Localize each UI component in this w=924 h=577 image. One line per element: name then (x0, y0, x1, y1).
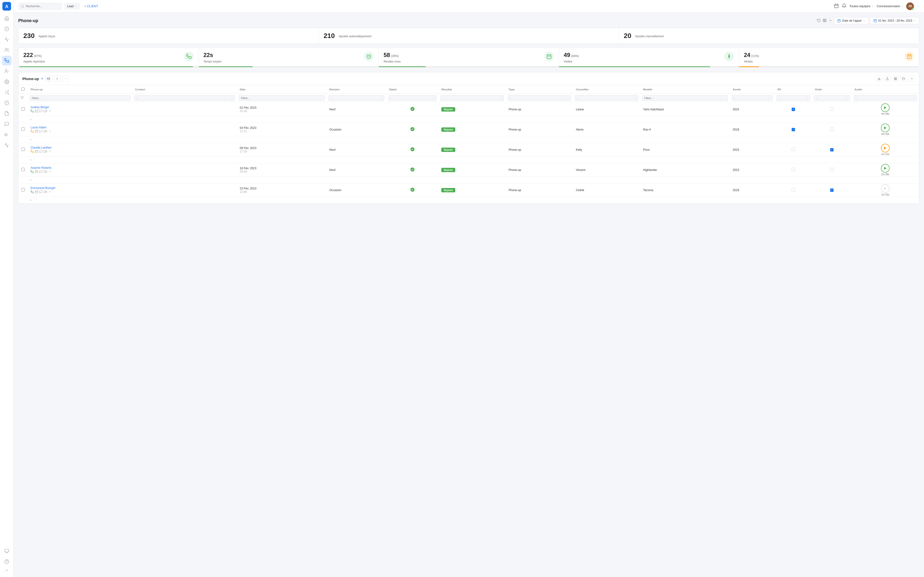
filter-visite[interactable]: - (814, 95, 850, 101)
row-phone-icon[interactable] (31, 170, 34, 173)
sidebar-item-clock[interactable] (2, 98, 11, 108)
phone-up-link[interactable]: Claudia Lanthier (31, 146, 52, 149)
phone-up-link[interactable]: Lucas Adam (31, 126, 47, 129)
dealer-dropdown[interactable]: Concessionnaire (877, 4, 903, 8)
row-mail-icon[interactable] (35, 170, 38, 173)
row-rv-unchecked[interactable] (792, 148, 795, 151)
row-checkbox[interactable] (21, 107, 25, 111)
select-all-checkbox[interactable] (21, 87, 24, 91)
refresh-icon-btn[interactable] (817, 19, 821, 23)
row-visite-checked[interactable] (830, 189, 834, 192)
header-type[interactable]: Type (506, 85, 573, 94)
row-mail-icon[interactable] (35, 110, 38, 113)
lead-dropdown[interactable]: Lead (65, 3, 80, 10)
table-export-btn[interactable] (876, 75, 882, 82)
row-video-icon[interactable] (44, 190, 47, 193)
row-checkbox[interactable] (21, 188, 25, 191)
sidebar-item-badge[interactable] (2, 546, 11, 556)
row-visite-unchecked[interactable] (830, 127, 834, 131)
header-contact[interactable]: Contact (132, 85, 237, 94)
filter-annee[interactable]: - (732, 95, 773, 101)
search-box[interactable] (18, 3, 61, 10)
row-add-btn[interactable]: + (27, 197, 919, 204)
row-video-icon[interactable] (44, 130, 47, 133)
filter-type[interactable]: - (508, 95, 571, 101)
row-audio-play-btn[interactable] (881, 184, 890, 193)
header-division[interactable]: Division (326, 85, 386, 94)
table-collapse-btn[interactable] (908, 75, 915, 82)
filter-rv[interactable]: - (777, 95, 810, 101)
row-mail-icon[interactable] (35, 190, 38, 193)
table-refresh-btn[interactable] (900, 75, 907, 82)
table-columns-btn[interactable] (892, 75, 899, 82)
row-add-btn[interactable]: + (27, 116, 919, 123)
row-phone-icon[interactable] (31, 150, 34, 153)
row-phone-icon[interactable] (31, 130, 34, 133)
row-audio-play-btn[interactable] (881, 164, 890, 172)
row-add-contact-btn[interactable]: + (49, 109, 51, 113)
header-phone-up[interactable]: Phone-up (27, 85, 132, 94)
sidebar-item-settings[interactable] (2, 77, 11, 87)
header-visite[interactable]: Visite (812, 85, 852, 94)
sidebar-item-document[interactable] (2, 109, 11, 118)
row-audio-play-btn[interactable] (881, 124, 890, 132)
sidebar-item-reports[interactable] (2, 140, 11, 150)
app-logo[interactable]: A (2, 2, 11, 11)
filter-date[interactable]: Filtrer... (239, 95, 325, 101)
filter-resultat[interactable]: - (440, 95, 504, 101)
search-input[interactable] (26, 5, 57, 8)
avatar-chevron[interactable] (917, 4, 919, 8)
row-video-icon[interactable] (44, 150, 47, 153)
calendar-icon-btn[interactable] (834, 3, 839, 9)
phone-up-link[interactable]: Emmanuel Bourget (31, 186, 55, 190)
header-rv[interactable]: RV (775, 85, 812, 94)
phone-up-link[interactable]: Audrey Berger (31, 106, 49, 109)
row-video-icon[interactable] (44, 170, 47, 173)
row-mail-icon[interactable] (35, 130, 38, 133)
row-audio-play-btn[interactable] (881, 103, 890, 112)
row-add-contact-btn[interactable]: + (49, 190, 51, 194)
date-range-filter[interactable]: 01 fév. 2023 - 28 fév. 2023 (870, 17, 919, 24)
row-checkbox[interactable] (21, 168, 25, 171)
row-checkbox[interactable] (21, 127, 25, 131)
row-chat-icon[interactable] (39, 130, 43, 133)
header-annee[interactable]: Année (730, 85, 775, 94)
row-add-btn[interactable]: + (27, 136, 919, 143)
row-rv-checked[interactable] (792, 128, 795, 131)
sidebar-item-help[interactable] (2, 557, 11, 566)
sidebar-item-marketing[interactable] (2, 130, 11, 139)
row-phone-icon[interactable] (31, 190, 34, 193)
sidebar-item-phone[interactable] (2, 56, 11, 65)
filter-statut[interactable]: - (388, 95, 436, 101)
header-audio[interactable]: Audio (852, 85, 919, 94)
row-audio-play-btn[interactable] (881, 144, 890, 152)
user-avatar[interactable]: JD (906, 2, 914, 10)
row-mail-icon[interactable] (35, 150, 38, 153)
row-chat-icon[interactable] (39, 170, 43, 173)
add-client-button[interactable]: + CLIENT (82, 3, 100, 9)
row-rv-unchecked[interactable] (792, 188, 795, 191)
sidebar-item-users[interactable] (2, 45, 11, 55)
table-back-btn[interactable] (54, 75, 61, 82)
filter-phone-up[interactable]: Filtrer... (30, 95, 131, 101)
sidebar-item-analytics[interactable] (2, 35, 11, 44)
row-phone-icon[interactable] (31, 110, 34, 113)
filter-audio[interactable]: - (854, 95, 917, 101)
header-conseiller[interactable]: Conseiller (573, 85, 640, 94)
sidebar-expand-btn[interactable] (2, 567, 11, 573)
filter-modele[interactable]: Filtrer... (642, 95, 728, 101)
collapse-icon-btn[interactable] (829, 19, 832, 23)
header-statut[interactable]: Statut (386, 85, 438, 94)
header-modele[interactable]: Modèle (640, 85, 730, 94)
row-add-btn[interactable]: + (27, 177, 919, 184)
row-chat-icon[interactable] (39, 110, 43, 113)
row-add-contact-btn[interactable]: + (49, 149, 51, 154)
row-visite-unchecked[interactable] (830, 168, 834, 171)
row-add-contact-btn[interactable]: + (49, 129, 51, 134)
row-chat-icon[interactable] (39, 190, 43, 193)
sidebar-item-home[interactable] (2, 13, 11, 23)
header-resultat[interactable]: Résultat (438, 85, 506, 94)
phone-up-link[interactable]: Arianne Roberts (31, 166, 52, 169)
row-visite-checked[interactable] (830, 148, 834, 152)
filter-contact[interactable]: - (134, 95, 235, 101)
